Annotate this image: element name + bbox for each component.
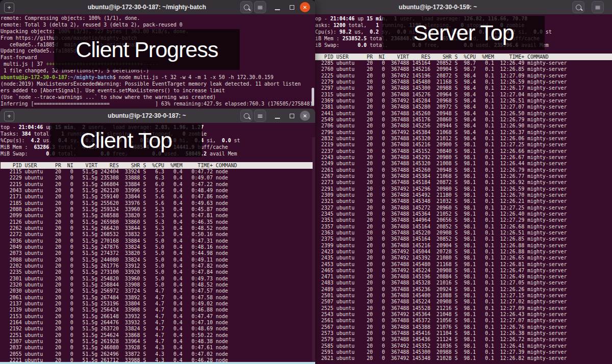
process-row: 2621 ubuntu 20 0 367492 145348 21028 S 9… (315, 355, 612, 361)
terminal-content-client-top[interactable]: top - 21:04:46 up 15 min, 2 users, load … (0, 123, 315, 362)
process-row: 2272 ubuntu 20 0 51.5g 268532 33832 S 5.… (1, 231, 315, 238)
menu-button[interactable]: ≡ (254, 1, 266, 13)
process-row: 2357 ubuntu 20 0 367488 145164 20852 S 9… (315, 224, 612, 230)
process-row: 2501 ubuntu 20 0 367488 145400 21088 S 9… (315, 293, 612, 299)
close-button[interactable]: ✕ (300, 111, 310, 121)
minimize-button[interactable] (271, 1, 284, 13)
process-row: 2573 ubuntu 20 0 367488 145416 21104 S 9… (315, 330, 612, 336)
process-row: 2291 ubuntu 20 0 367492 145296 20980 S 9… (315, 186, 612, 192)
hamburger-menu-icon: ≡ (595, 4, 601, 11)
menu-button[interactable]: ≡ (592, 1, 604, 13)
terminal-line: ubuntu@ip-172-30-0-187:~/mighty-batch$ n… (1, 74, 315, 81)
process-row: 2369 ubuntu 20 0 367492 145284 20968 S 9… (315, 98, 612, 104)
scrollbar-track[interactable] (312, 137, 315, 362)
process-row: 2273 ubuntu 20 0 367488 145184 20872 S 9… (315, 179, 612, 186)
minimize-button[interactable] (609, 1, 612, 13)
process-row: 2261 ubuntu 20 0 367488 145260 20948 S 9… (315, 167, 612, 173)
search-icon (244, 5, 249, 10)
process-table-header: PID USER PR NI VIRT RES SHR S %CPU %MEM … (1, 162, 313, 169)
process-row: 2215 ubuntu 20 0 51.5g 266804 33884 S 6.… (1, 181, 315, 188)
process-row: 2483 ubuntu 20 0 367488 145328 21016 S 9… (315, 280, 612, 286)
window-title: ubuntu@ip-172-30-0-159: ~ (315, 4, 561, 11)
close-icon: ✕ (303, 113, 307, 119)
process-row: 2243 ubuntu 20 0 367488 145292 20980 S 9… (315, 154, 612, 161)
process-row: 2585 ubuntu 20 0 367492 145352 21036 S 9… (315, 343, 612, 349)
process-row: 2126 ubuntu 20 0 51.5g 265980 33860 S 5.… (1, 219, 315, 225)
titlebar-client-top[interactable]: + ubuntu@ip-172-30-0-187: ~ ≡ ✕ (0, 109, 315, 123)
terminal-line: (node:2019) MaxListenersExceededWarning:… (1, 81, 315, 88)
maximize-button[interactable] (286, 1, 298, 13)
process-row: 2591 ubuntu 20 0 367488 145300 20988 S 9… (315, 349, 612, 355)
process-row: 2267 ubuntu 20 0 367488 145384 21068 S 9… (315, 173, 612, 179)
process-row: 2061 ubuntu 20 0 51.5g 267484 33892 S 4.… (1, 295, 315, 301)
process-row: 2153 ubuntu 20 0 51.5g 266148 33932 S 4.… (1, 314, 315, 320)
titlebar-client-progress[interactable]: + ubuntu@ip-172-30-0-187: ~/mighty-batch… (0, 0, 315, 14)
process-row: 2423 ubuntu 20 0 367492 145044 20728 S 9… (315, 249, 612, 255)
process-row: 2099 ubuntu 20 0 51.5g 268588 33820 S 5.… (1, 213, 315, 219)
process-row: 2832 ubuntu 20 0 367488 145320 21012 S 9… (315, 136, 612, 142)
terminal-window-server-top: ubuntu@ip-172-30-0-159: ~ ≡ top - 21:04:… (315, 0, 612, 364)
search-icon (576, 5, 581, 10)
annotation-server-top: Server Top (382, 16, 545, 50)
process-row: 2073 ubuntu 20 0 51.5g 274372 33820 S 5.… (1, 250, 315, 256)
process-row: 2185 ubuntu 20 0 51.5g 255620 33976 S 5.… (1, 200, 315, 206)
close-button[interactable]: ✕ (300, 2, 310, 12)
menu-button[interactable]: ≡ (254, 110, 266, 122)
process-row: 2381 ubuntu 20 0 367488 145280 20972 S 9… (315, 104, 612, 110)
process-row: 2471 ubuntu 20 0 367488 145196 20884 S 9… (315, 274, 612, 280)
annotation-label: Server Top (413, 20, 514, 45)
scrollbar-handle[interactable] (312, 88, 314, 106)
process-row: 2192 ubuntu 20 0 51.5g 263720 33824 S 4.… (1, 326, 315, 332)
process-row: 2137 ubuntu 20 0 51.5g 253196 33804 S 4.… (1, 301, 315, 307)
process-row: 2320 ubuntu 20 0 51.5g 258844 33908 S 5.… (1, 282, 315, 288)
terminal-line: ers added to [AbortSignal]. Use events.s… (1, 88, 315, 94)
annotation-label: Client Progress (76, 37, 218, 62)
minimize-icon (275, 118, 280, 119)
maximize-button[interactable] (286, 110, 298, 122)
process-row: 2037 ubuntu 20 0 51.5g 246080 33928 S 4.… (1, 345, 315, 351)
process-row: 2307 ubuntu 20 0 51.5g 261928 33964 S 4.… (1, 339, 315, 345)
process-row: 2351 ubuntu 20 0 367488 144964 20656 S 9… (315, 217, 612, 223)
maximize-icon (290, 5, 294, 10)
process-row: 2030 ubuntu 20 0 51.5g 256972 33724 S 4.… (1, 288, 315, 294)
annotation-client-progress: Client Progress (54, 29, 240, 70)
close-icon: ✕ (303, 5, 307, 10)
process-table-header: PID USER PR NI VIRT RES SHR S %CPU %MEM … (315, 54, 612, 60)
process-row: 2345 ubuntu 20 0 367488 145364 21052 S 9… (315, 211, 612, 217)
process-row: 2043 ubuntu 20 0 51.5g 262120 33996 S 5.… (1, 188, 315, 194)
hamburger-menu-icon: ≡ (257, 112, 263, 119)
process-row: 2321 ubuntu 20 0 367488 145348 21032 S 9… (315, 198, 612, 204)
terminal-line: Inferring [========================= ] 6… (1, 101, 315, 108)
annotation-client-top: Client Top (50, 123, 202, 157)
search-button[interactable] (572, 1, 584, 13)
process-row: 2080 ubuntu 20 0 51.5g 259324 33960 S 5.… (1, 206, 315, 213)
process-row: 2229 ubuntu 20 0 51.5g 235308 33888 S 6.… (1, 175, 315, 181)
process-row: 2171 ubuntu 20 0 51.5g 259140 33844 S 5.… (1, 194, 315, 200)
process-row: 2055 ubuntu 20 0 51.5g 262496 33872 S 4.… (1, 351, 315, 357)
process-row: 2164 ubuntu 20 0 51.5g 264476 33932 S 4.… (1, 320, 315, 326)
process-row: 2235 ubuntu 20 0 51.5g 273100 33920 S 5.… (1, 269, 315, 275)
process-row: 2507 ubuntu 20 0 367488 145224 20908 S 9… (315, 299, 612, 305)
minimize-button[interactable] (271, 110, 284, 122)
process-row: 2315 ubuntu 20 0 367488 145276 20964 S 9… (315, 92, 612, 98)
process-row: 2088 ubuntu 20 0 51.5g 244080 33824 S 5.… (1, 257, 315, 263)
terminal-content-server-top[interactable]: top - 21:04:46 up 15 min, 1 user, load a… (315, 14, 612, 364)
process-row: 2796 ubuntu 20 0 367492 145384 21068 S 9… (315, 129, 612, 136)
process-row: 2706 ubuntu 20 0 367488 145256 20944 S 9… (315, 123, 612, 129)
process-row: 2249 ubuntu 20 0 367488 145320 21008 S 9… (315, 161, 612, 167)
process-row: 2202 ubuntu 20 0 51.5g 261776 33912 S 5.… (1, 263, 315, 269)
titlebar-server-top[interactable]: ubuntu@ip-172-30-0-159: ~ ≡ (315, 0, 612, 14)
terminal-line: (Use `node --trace-warnings ...` to show… (1, 94, 315, 101)
hamburger-menu-icon: ≡ (257, 4, 263, 11)
search-button[interactable] (240, 110, 252, 122)
desktop: ubuntu@ip-172-30-0-159: ~ ≡ top - 21:04:… (0, 0, 612, 364)
background-window-edge (0, 362, 315, 364)
process-row: 2036 ubuntu 20 0 51.5g 270168 33884 S 5.… (1, 238, 315, 244)
process-row: 2579 ubuntu 20 0 367488 145436 21124 S 9… (315, 336, 612, 343)
process-row: 2219 ubuntu 20 0 367488 145216 20900 S 9… (315, 142, 612, 148)
process-row: 2375 ubuntu 20 0 367488 145164 20852 S 9… (315, 236, 612, 242)
search-button[interactable] (240, 1, 252, 13)
process-table-rows: 2115 ubuntu 20 0 51.5g 242404 33924 S 6.… (1, 169, 315, 362)
process-row: 2435 ubuntu 20 0 367492 145392 21080 S 9… (315, 255, 612, 261)
process-row: 2567 ubuntu 20 0 367488 145388 21076 S 9… (315, 324, 612, 330)
